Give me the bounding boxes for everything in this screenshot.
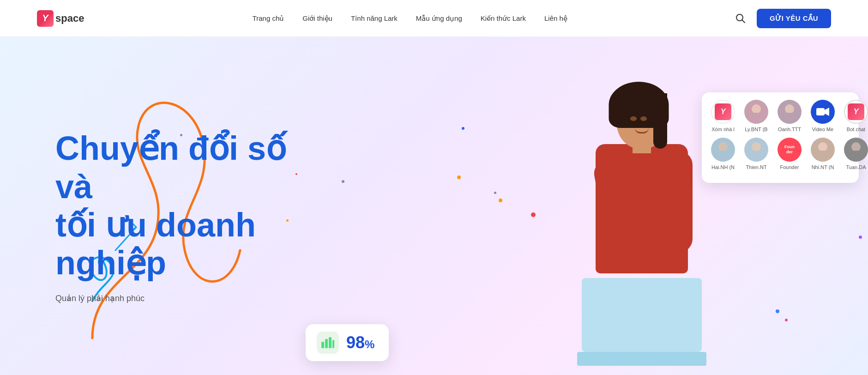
svg-point-8	[718, 142, 728, 151]
avatar-xom: Y	[711, 100, 735, 124]
nav-mau-ung-dung[interactable]: Mẫu ứng dụng	[416, 14, 462, 23]
contact-item-bot[interactable]: Y Bot chat	[842, 100, 868, 132]
contact-item-hai[interactable]: Hai.NH (N	[709, 138, 737, 170]
svg-rect-16	[321, 342, 324, 348]
avatar-label-video: Video Me	[812, 127, 833, 132]
avatar-label-oanh: Oanh.TTT	[778, 127, 801, 132]
svg-point-14	[851, 142, 861, 151]
svg-marker-7	[825, 108, 829, 116]
contact-item-ly[interactable]: Ly.BNT (B	[742, 100, 770, 132]
avatar-hai	[711, 138, 735, 162]
avatar-ly	[744, 100, 768, 124]
cta-button[interactable]: GỬI YÊU CẦU	[757, 9, 831, 28]
stats-value: 98%	[346, 333, 374, 352]
avatar-label-ly: Ly.BNT (B	[745, 127, 767, 132]
logo-icon: Y	[37, 10, 54, 27]
hero-content: Chuyển đổi số và tối ưu doanh nghiệp Quả…	[55, 129, 286, 303]
avatar-label-xom: Xóm nhà l	[711, 127, 735, 132]
search-icon	[735, 13, 746, 24]
svg-point-15	[849, 151, 863, 162]
avatar-video	[811, 100, 835, 124]
decorative-dot	[342, 180, 344, 183]
header: Y space Trang chủ Giới thiệu Tính năng L…	[0, 0, 868, 37]
svg-point-11	[749, 151, 764, 162]
contact-item-founder[interactable]: Founder Founder	[776, 138, 803, 170]
avatar-tuan	[844, 138, 868, 162]
svg-rect-19	[332, 340, 334, 348]
avatar-label-tuan: Tuan.DA	[846, 164, 866, 170]
contact-row-2: Hai.NH (N Thien.NT Founder Founder	[709, 138, 851, 170]
contact-item-thien[interactable]: Thien.NT	[742, 138, 770, 170]
contact-item-xom[interactable]: Y Xóm nhà l	[709, 100, 737, 132]
avatar-label-nhi: Nhi.NT (N	[812, 164, 834, 170]
svg-line-1	[742, 20, 745, 23]
nav-kien-thuc[interactable]: Kiến thức Lark	[481, 14, 526, 23]
hero-subtitle: Quản lý phải hạnh phúc	[55, 293, 286, 303]
decorative-dot	[494, 192, 496, 194]
decorative-dot	[499, 199, 502, 202]
avatar-oanh	[778, 100, 802, 124]
avatar-label-hai: Hai.NH (N	[711, 164, 735, 170]
avatar-label-thien: Thien.NT	[746, 164, 766, 170]
avatar-founder: Founder	[778, 138, 802, 162]
nav-gioi-thieu[interactable]: Giới thiệu	[302, 14, 332, 23]
svg-point-2	[752, 104, 761, 114]
svg-point-9	[716, 151, 730, 162]
svg-point-12	[818, 142, 827, 151]
contact-row-1: Y Xóm nhà l Ly.BNT (B Oanh.TTT	[709, 100, 851, 132]
search-button[interactable]	[735, 13, 746, 24]
contact-item-nhi[interactable]: Nhi.NT (N	[809, 138, 837, 170]
stats-icon	[317, 332, 339, 354]
avatar-nhi	[811, 138, 835, 162]
decorative-dot	[859, 236, 862, 239]
decorative-dot	[531, 212, 536, 217]
svg-point-4	[785, 104, 794, 114]
svg-rect-18	[329, 337, 332, 348]
svg-point-5	[782, 113, 797, 124]
nav-lien-he[interactable]: Liên hệ	[544, 14, 567, 23]
svg-point-3	[749, 113, 764, 124]
contact-item-tuan[interactable]: Tuan.DA	[842, 138, 868, 170]
decorative-dot	[457, 175, 461, 179]
header-right: GỬI YÊU CẦU	[735, 9, 831, 28]
hero-title: Chuyển đổi số và tối ưu doanh nghiệp	[55, 129, 286, 282]
main-nav: Trang chủ Giới thiệu Tính năng Lark Mẫu …	[253, 14, 567, 23]
avatar-bot: Y	[844, 100, 868, 124]
avatar-label-founder: Founder	[780, 164, 799, 170]
logo[interactable]: Y space	[37, 10, 84, 27]
logo-text: space	[55, 12, 84, 24]
svg-point-10	[752, 142, 761, 151]
decorative-dot	[462, 127, 464, 130]
stats-card: 98%	[306, 324, 389, 361]
svg-point-13	[815, 151, 830, 162]
nav-tinh-nang[interactable]: Tính năng Lark	[351, 14, 398, 22]
avatar-thien	[744, 138, 768, 162]
contact-panel: Y Xóm nhà l Ly.BNT (B Oanh.TTT	[702, 92, 859, 183]
hero-section: Chuyển đổi số và tối ưu doanh nghiệp Quả…	[0, 37, 868, 375]
svg-rect-17	[325, 339, 328, 348]
decorative-dot	[785, 319, 788, 321]
avatar-label-bot: Bot chat	[847, 127, 865, 132]
contact-item-oanh[interactable]: Oanh.TTT	[776, 100, 803, 132]
svg-rect-6	[816, 108, 825, 115]
contact-item-video[interactable]: Video Me	[809, 100, 837, 132]
nav-trang-chu[interactable]: Trang chủ	[253, 14, 284, 23]
decorative-dot	[776, 309, 779, 313]
